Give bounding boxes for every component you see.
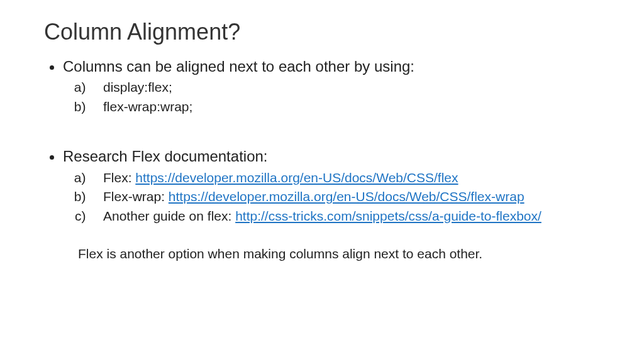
bullet-2: Research Flex documentation: Flex: https… xyxy=(63,146,606,226)
bullet-1-sublist: display:flex; flex-wrap:wrap; xyxy=(63,78,606,116)
bullet-1: Columns can be aligned next to each othe… xyxy=(63,57,606,116)
slide: Column Alignment? Columns can be aligned… xyxy=(0,0,644,362)
footnote: Flex is another option when making colum… xyxy=(78,244,606,263)
sub-2b: Flex-wrap: https://developer.mozilla.org… xyxy=(97,187,606,206)
link-flex-wrap[interactable]: https://developer.mozilla.org/en-US/docs… xyxy=(169,189,525,204)
link-flex-guide[interactable]: http://css-tricks.com/snippets/css/a-gui… xyxy=(235,209,541,223)
sub-2a-label: Flex: xyxy=(103,170,135,185)
sub-2c-label: Another guide on flex: xyxy=(103,209,235,223)
bullet-2-sublist: Flex: https://developer.mozilla.org/en-U… xyxy=(63,168,606,226)
sub-2b-label: Flex-wrap: xyxy=(103,189,169,204)
slide-title: Column Alignment? xyxy=(44,19,606,45)
sub-2a: Flex: https://developer.mozilla.org/en-U… xyxy=(97,168,606,187)
bullet-list: Columns can be aligned next to each othe… xyxy=(44,57,606,226)
sub-1b: flex-wrap:wrap; xyxy=(97,97,606,116)
bullet-2-text: Research Flex documentation: xyxy=(63,148,268,165)
sub-2c: Another guide on flex: http://css-tricks… xyxy=(97,207,606,226)
sub-1a: display:flex; xyxy=(97,78,606,97)
spacer xyxy=(63,124,606,146)
link-flex[interactable]: https://developer.mozilla.org/en-US/docs… xyxy=(135,170,458,185)
bullet-1-text: Columns can be aligned next to each othe… xyxy=(63,58,414,75)
